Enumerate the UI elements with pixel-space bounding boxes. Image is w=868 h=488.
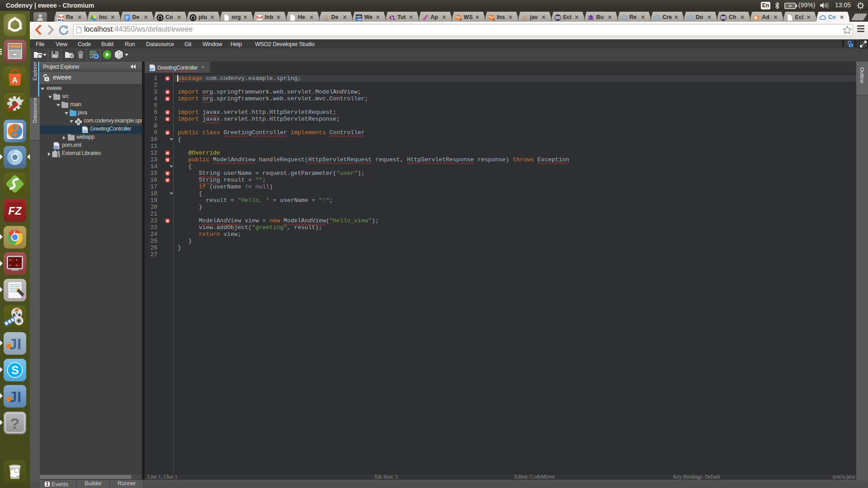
svg-text:S: S [11, 364, 19, 376]
svg-text:2: 2 [460, 18, 462, 21]
svg-text:?: ? [10, 415, 20, 432]
svg-text:>: > [16, 258, 18, 262]
svg-text:>: > [9, 264, 11, 267]
svg-text:JI: JI [9, 335, 21, 352]
svg-text:>: > [16, 264, 18, 267]
svg-text:2: 2 [493, 18, 495, 21]
svg-text:JAVA: JAVA [357, 19, 363, 21]
svg-text:pom: pom [53, 146, 57, 148]
svg-text:10: 10 [90, 56, 93, 59]
svg-text:FZ: FZ [8, 205, 22, 217]
svg-text:A: A [12, 76, 18, 84]
svg-text:>: > [9, 258, 11, 262]
svg-text:JAVA: JAVA [82, 130, 87, 132]
svg-text:90+: 90+ [57, 18, 64, 22]
svg-text:JI: JI [9, 388, 21, 405]
svg-text:JAVA: JAVA [150, 68, 155, 70]
